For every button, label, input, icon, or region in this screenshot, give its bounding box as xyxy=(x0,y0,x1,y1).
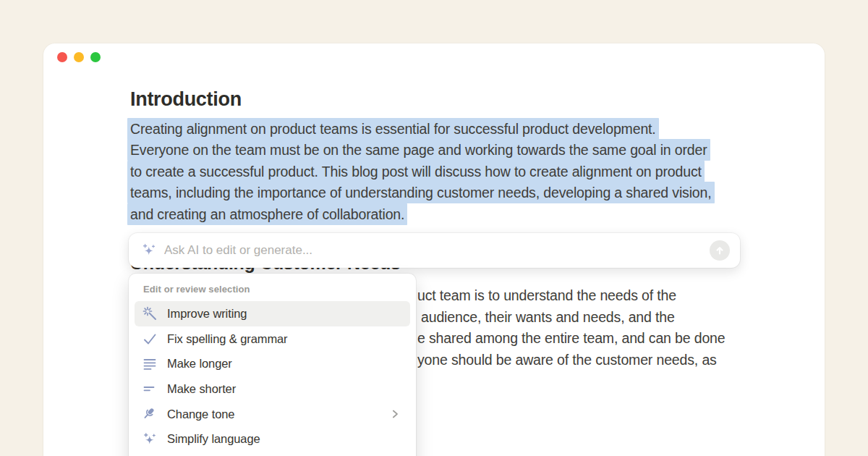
paragraph-line: yone should be aware of the customer nee… xyxy=(417,352,717,368)
submit-button[interactable] xyxy=(710,240,730,261)
menu-item-label: Make shorter xyxy=(167,382,236,396)
menu-item-make-shorter[interactable]: Make shorter xyxy=(135,376,410,402)
chevron-right-icon xyxy=(388,408,401,421)
arrow-up-icon xyxy=(714,245,726,256)
menu-section-label: Edit or review selection xyxy=(135,284,410,295)
paragraph-line: e shared among the entire team, and can … xyxy=(417,330,726,347)
menu-item-simplify-language[interactable]: Simplify language xyxy=(135,426,410,452)
menu-item-label: Make longer xyxy=(167,357,232,371)
page-title: Introduction xyxy=(130,88,242,111)
menu-item-label: Improve writing xyxy=(167,307,247,321)
app-window: Introduction Creating alignment on produ… xyxy=(43,43,825,456)
sparkle-icon xyxy=(142,431,158,447)
paragraph-line: audience, their wants and needs, and the xyxy=(421,309,675,326)
close-window-button[interactable] xyxy=(57,52,67,62)
selected-paragraph[interactable]: Creating alignment on product teams is e… xyxy=(127,121,715,227)
minimize-window-button[interactable] xyxy=(74,52,84,62)
microphone-icon xyxy=(142,406,158,422)
ask-ai-input[interactable] xyxy=(164,243,710,258)
menu-item-change-tone[interactable]: Change tone xyxy=(135,402,410,427)
improve-writing-icon xyxy=(142,305,158,321)
window-controls xyxy=(57,52,101,62)
menu-item-label: Change tone xyxy=(167,408,234,421)
menu-item-label: Simplify language xyxy=(167,432,260,446)
selected-text-line: and creating an atmosphere of collaborat… xyxy=(127,206,715,227)
make-longer-icon xyxy=(142,356,158,372)
make-shorter-icon xyxy=(142,381,158,397)
zoom-window-button[interactable] xyxy=(90,52,101,62)
menu-item-make-longer[interactable]: Make longer xyxy=(135,351,410,376)
page-background: { "window": { "traffic_lights": { "close… xyxy=(0,0,868,456)
menu-item-label: Fix spelling & grammar xyxy=(167,332,288,346)
ask-ai-bar xyxy=(129,233,740,268)
ai-sparkle-icon xyxy=(141,242,157,258)
paragraph-line: uct team is to understand the needs of t… xyxy=(417,287,676,304)
check-icon xyxy=(142,331,158,347)
ai-actions-menu: Edit or review selection Improve writing… xyxy=(129,274,416,456)
menu-item-improve-writing[interactable]: Improve writing xyxy=(135,301,410,326)
menu-item-fix-spelling[interactable]: Fix spelling & grammar xyxy=(135,326,410,352)
